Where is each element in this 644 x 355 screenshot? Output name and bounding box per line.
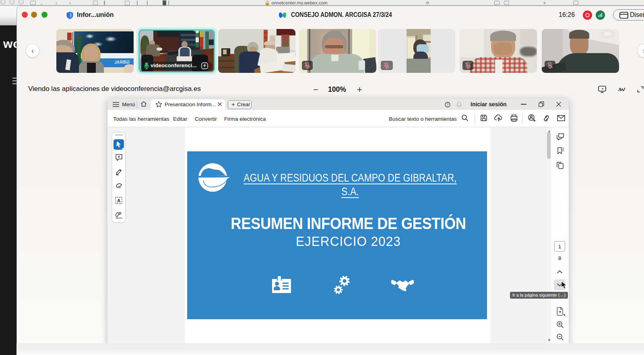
svg-text:A: A (117, 198, 121, 204)
svg-text:?: ? (446, 103, 448, 107)
